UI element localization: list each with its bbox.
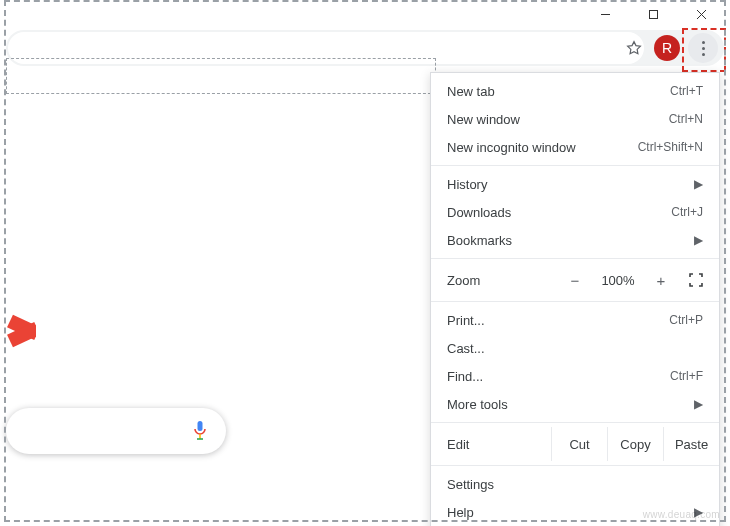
menu-downloads[interactable]: Downloads Ctrl+J [431,198,719,226]
menu-separator [431,165,719,166]
menu-separator [431,422,719,423]
menu-separator [431,301,719,302]
menu-separator [431,465,719,466]
chevron-right-icon: ▶ [694,233,703,247]
menu-find[interactable]: Find... Ctrl+F [431,362,719,390]
menu-more-tools[interactable]: More tools ▶ [431,390,719,418]
svg-rect-4 [198,421,203,431]
menu-label: Edit [447,427,551,461]
page-logo-fragment [6,300,36,360]
microphone-icon [192,420,208,442]
window-titlebar [6,2,724,26]
fullscreen-icon [689,273,703,287]
edit-cut-button[interactable]: Cut [551,427,607,461]
menu-label: Cast... [447,341,703,356]
menu-label: Bookmarks [447,233,686,248]
menu-cast[interactable]: Cast... [431,334,719,362]
profile-avatar[interactable]: R [654,35,680,61]
menu-label: New tab [447,84,670,99]
menu-settings[interactable]: Settings [431,470,719,498]
edit-paste-button[interactable]: Paste [663,427,719,461]
window-close-button[interactable] [688,3,714,25]
menu-label: Find... [447,369,670,384]
window-minimize-button[interactable] [592,3,618,25]
menu-edit-row: Edit Cut Copy Paste [431,427,719,461]
menu-new-tab[interactable]: New tab Ctrl+T [431,77,719,105]
menu-label: More tools [447,397,686,412]
zoom-out-button[interactable]: − [561,267,589,293]
zoom-in-button[interactable]: + [647,267,675,293]
search-box[interactable] [6,408,226,454]
menu-zoom-row: Zoom − 100% + [431,263,719,297]
menu-label: Settings [447,477,703,492]
chrome-main-menu: New tab Ctrl+T New window Ctrl+N New inc… [430,72,720,526]
menu-bookmarks[interactable]: Bookmarks ▶ [431,226,719,254]
menu-label: History [447,177,686,192]
menu-history[interactable]: History ▶ [431,170,719,198]
menu-shortcut: Ctrl+P [669,313,703,327]
menu-shortcut: Ctrl+J [671,205,703,219]
menu-label: New window [447,112,669,127]
menu-label: New incognito window [447,140,638,155]
menu-print[interactable]: Print... Ctrl+P [431,306,719,334]
chevron-right-icon: ▶ [694,397,703,411]
menu-label: Downloads [447,205,671,220]
voice-search-button[interactable] [192,420,208,442]
menu-shortcut: Ctrl+N [669,112,703,126]
chevron-right-icon: ▶ [694,177,703,191]
menu-separator [431,258,719,259]
fullscreen-button[interactable] [681,273,711,287]
watermark-text: www.deuaq.com [643,509,720,520]
edit-copy-button[interactable]: Copy [607,427,663,461]
bookmark-star-icon[interactable] [622,36,646,60]
menu-shortcut: Ctrl+T [670,84,703,98]
menu-shortcut: Ctrl+Shift+N [638,140,703,154]
menu-label: Zoom [447,273,555,288]
more-vert-icon [702,41,705,56]
zoom-value: 100% [595,273,641,288]
address-bar[interactable]: R [6,30,724,66]
svg-rect-1 [649,10,657,18]
menu-new-incognito[interactable]: New incognito window Ctrl+Shift+N [431,133,719,161]
window-maximize-button[interactable] [640,3,666,25]
chrome-menu-button[interactable] [688,33,718,63]
menu-label: Print... [447,313,669,328]
menu-shortcut: Ctrl+F [670,369,703,383]
menu-new-window[interactable]: New window Ctrl+N [431,105,719,133]
